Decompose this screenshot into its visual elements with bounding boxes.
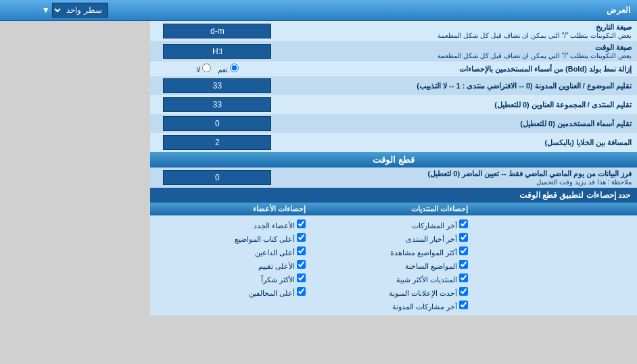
cb-ads[interactable] <box>459 287 468 296</box>
col2-header: إحصاءات الأعضاء <box>150 203 312 215</box>
time-section-header-row: قطع الوقت <box>0 152 637 167</box>
stats-checkboxes-container: أخر المشاركات أخر أخبار المنتدى أكثر الم… <box>150 215 637 315</box>
stats-row: حدد إحصاءات لتطبيق قطع الوقت إحصاءات الم… <box>0 188 637 315</box>
cb-row-news: أخر أخبار المنتدى <box>319 232 468 245</box>
cb-blog[interactable] <box>459 301 468 309</box>
cb-row-top-violators: أعلى المخالفين <box>157 286 306 299</box>
bold-remove-radio-group: نعم لا <box>154 63 281 74</box>
display-mode-select[interactable]: سطر واحد سطرين ثلاثة أسطر <box>52 3 108 18</box>
bold-remove-label: إزالة نمط بولد (Bold) من أسماء المستخدمي… <box>289 65 632 74</box>
cb-row-hot: المواضيع الساخنة <box>319 259 468 272</box>
stats-section: حدد إحصاءات لتطبيق قطع الوقت إحصاءات الم… <box>150 188 637 315</box>
time-format-row: صيغة الوقت بعض التكوينات يتطلب "/" التي … <box>0 41 637 61</box>
cb-most-viewed[interactable] <box>459 246 468 255</box>
cb-news[interactable] <box>459 233 468 242</box>
date-format-input[interactable] <box>163 24 271 38</box>
username-trim-input[interactable] <box>163 116 271 131</box>
cb-row-popular: المنتديات الأكثر شبية <box>319 272 468 286</box>
radio-no-label: لا <box>196 63 211 74</box>
time-cut-label: فرز البيانات من يوم الماضي الماضي فقط --… <box>289 170 632 178</box>
cb-row-most-viewed: أكثر المواضيع مشاهدة <box>319 245 468 259</box>
col1-header: إحصاءات المنتديات <box>312 203 475 215</box>
cb-row-top-rated: الأعلى تقييم <box>157 259 306 272</box>
cb-row-ads: أحدث الإعلانات المبوبة <box>319 286 468 299</box>
forum-order-label: تقليم المنتدى / المجموعة العناوين (0 للت… <box>289 101 632 109</box>
topic-order-input[interactable] <box>163 78 271 93</box>
time-cut-note: ملاحظة : هذا قد يزيد وقت التحميل <box>289 178 632 186</box>
cb-row-blog: أخر مشاركات المدونة <box>319 299 468 313</box>
stats-member-col: الأعضاء الجدد أعلى كتاب المواضيع أعلى ال… <box>150 215 312 315</box>
stats-empty-col <box>475 215 637 315</box>
username-trim-row: تقليم أسماء المستخدمين (0 للتعطيل) <box>0 114 637 133</box>
cb-popular[interactable] <box>459 274 468 282</box>
cb-row-most-thanks: الأكثر شكراً <box>157 272 306 286</box>
page-title: العرض <box>607 5 630 15</box>
date-format-row: صيغة التاريخ بعض التكوينات يتطلب "/" الت… <box>0 21 637 42</box>
username-trim-label: تقليم أسماء المستخدمين (0 للتعطيل) <box>289 120 632 128</box>
time-cut-input[interactable] <box>163 170 271 185</box>
time-cut-row: فرز البيانات من يوم الماضي الماضي فقط --… <box>0 167 637 188</box>
stats-forum-col: أخر المشاركات أخر أخبار المنتدى أكثر الم… <box>312 215 475 315</box>
cb-top-rated[interactable] <box>297 260 306 269</box>
cb-most-thanks[interactable] <box>297 274 306 282</box>
cb-row-new-members: الأعضاء الجدد <box>157 218 306 232</box>
cb-top-inviters[interactable] <box>297 246 306 255</box>
radio-no[interactable] <box>202 63 211 72</box>
cb-row-shares: أخر المشاركات <box>319 218 468 232</box>
cb-row-top-writers: أعلى كتاب المواضيع <box>157 232 306 245</box>
stats-header: حدد إحصاءات لتطبيق قطع الوقت <box>150 188 637 203</box>
cb-hot[interactable] <box>459 260 468 269</box>
bold-remove-row: إزالة نمط بولد (Bold) من أسماء المستخدمي… <box>0 61 637 76</box>
cb-new-members[interactable] <box>297 219 306 228</box>
forum-order-input[interactable] <box>163 97 271 112</box>
topic-order-label: تقليم الموضوع / العناوين المدونة (0 -- ا… <box>289 82 632 90</box>
forum-order-row: تقليم المنتدى / المجموعة العناوين (0 للت… <box>0 95 637 114</box>
cell-spacing-label: المسافة بين الخلايا (بالبكسل) <box>289 138 632 147</box>
time-section-title: قطع الوقت <box>373 155 415 165</box>
topic-order-row: تقليم الموضوع / العناوين المدونة (0 -- ا… <box>0 76 637 95</box>
cb-row-top-inviters: أعلى الداعين <box>157 245 306 259</box>
cb-shares[interactable] <box>459 219 468 228</box>
time-format-sublabel: بعض التكوينات يتطلب "/" التي يمكن ان تضا… <box>289 52 632 59</box>
date-format-label: صيغة التاريخ <box>289 23 632 32</box>
radio-yes-label: نعم <box>218 63 239 74</box>
time-format-input[interactable] <box>163 44 271 59</box>
col3-header <box>475 203 637 215</box>
header-row: العرض سطر واحد سطرين ثلاثة أسطر ▼ <box>0 0 637 21</box>
cell-spacing-row: المسافة بين الخلايا (بالبكسل) <box>0 133 637 152</box>
date-format-sublabel: بعض التكوينات يتطلب "/" التي يمكن ان تضا… <box>289 32 632 39</box>
cell-spacing-input[interactable] <box>163 135 271 150</box>
cb-top-violators[interactable] <box>297 287 306 296</box>
cb-top-writers[interactable] <box>297 233 306 242</box>
radio-yes[interactable] <box>230 63 239 72</box>
time-format-label: صيغة الوقت <box>289 43 632 52</box>
